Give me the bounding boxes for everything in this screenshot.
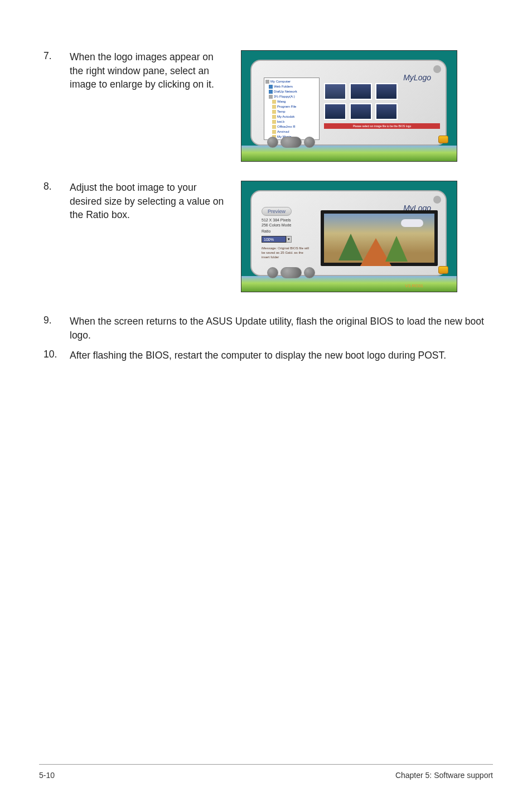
close-icon bbox=[433, 65, 441, 73]
page-number: 5-10 bbox=[39, 771, 55, 780]
thumbnail-3 bbox=[375, 83, 398, 100]
step-8-text: Adjust the boot image to your desired si… bbox=[70, 181, 234, 222]
bios-message: iMessage: Original BIOS file will be sav… bbox=[262, 246, 311, 259]
folder-tree: My Computer Web Folders DialUp Network 3… bbox=[264, 78, 320, 140]
image-thumbnails bbox=[324, 83, 398, 120]
close-icon-2 bbox=[433, 196, 441, 204]
step-10-text: After flashing the BIOS, restart the com… bbox=[70, 349, 493, 363]
content-area: 7. When the logo images appear on the ri… bbox=[39, 50, 493, 363]
step-7-text: When the logo images appear on the right… bbox=[70, 50, 234, 91]
page-footer: 5-10 Chapter 5: Software support bbox=[39, 764, 493, 780]
home-button-icon bbox=[304, 137, 315, 148]
thumbnail-1 bbox=[324, 83, 346, 100]
step-10-number: 10. bbox=[39, 349, 70, 363]
steps-9-10: 9. When the screen returns to the ASUS U… bbox=[39, 315, 493, 363]
step-7-number: 7. bbox=[39, 50, 70, 91]
image-info: 512 X 384 Pixels 256 Colors Mode Ratio bbox=[262, 218, 313, 234]
ratio-dropdown-icon: ▾ bbox=[286, 236, 292, 243]
home-button-icon-2 bbox=[304, 267, 315, 278]
step-8-number: 8. bbox=[39, 181, 70, 222]
step-8-row: 8. Adjust the boot image to your desired… bbox=[39, 181, 493, 292]
next-button-icon-2 bbox=[280, 267, 302, 278]
preview-tab: Preview bbox=[262, 207, 292, 216]
status-bar: Please select an image file to be the BI… bbox=[324, 123, 440, 129]
thumbnail-2 bbox=[350, 83, 372, 100]
preview-frame bbox=[321, 210, 438, 266]
step-9-text: When the screen returns to the ASUS Upda… bbox=[70, 315, 493, 342]
step-9-number: 9. bbox=[39, 315, 70, 342]
thumbnail-6 bbox=[375, 103, 398, 120]
download-icon-2 bbox=[438, 266, 448, 274]
step-7-row: 7. When the logo images appear on the ri… bbox=[39, 50, 493, 162]
version-label: V3.RC01 bbox=[405, 283, 423, 288]
next-button-icon bbox=[280, 137, 302, 148]
download-icon bbox=[438, 136, 448, 143]
step-7-screenshot: MyLogo My Computer Web Folders DialUp Ne… bbox=[241, 50, 457, 162]
ratio-value: 100% bbox=[262, 236, 286, 243]
step-8-screenshot: MyLogo Preview 512 X 384 Pixels 256 Colo… bbox=[241, 181, 457, 292]
back-button-icon bbox=[267, 137, 278, 148]
chapter-title: Chapter 5: Software support bbox=[395, 771, 493, 780]
back-button-icon-2 bbox=[267, 267, 278, 278]
mylogo-title: MyLogo bbox=[403, 73, 431, 82]
thumbnail-5 bbox=[350, 103, 372, 120]
thumbnail-4 bbox=[324, 103, 346, 120]
